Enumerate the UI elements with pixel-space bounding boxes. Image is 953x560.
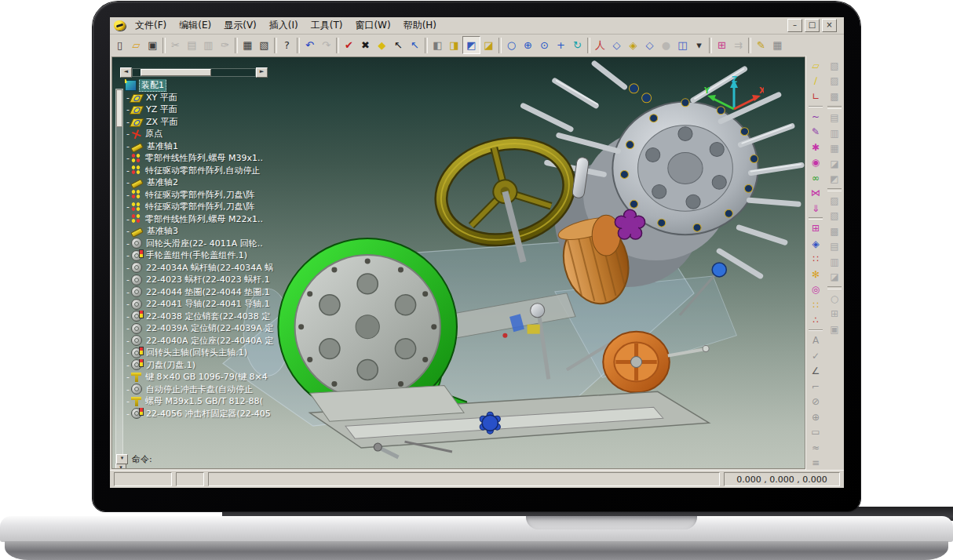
tree-item[interactable]: -原点 bbox=[125, 128, 285, 140]
minimize-button[interactable]: – bbox=[787, 19, 802, 32]
rotate-view-icon[interactable]: ↻ bbox=[569, 37, 586, 53]
view-dropdown-caret-icon[interactable]: ▾ bbox=[691, 37, 707, 53]
print-preview-icon[interactable]: ▧ bbox=[256, 37, 272, 53]
tree-item[interactable]: -零部件线性阵列,螺母 M22x1.. bbox=[125, 213, 285, 226]
zoom-dynamic-icon[interactable]: ⊙ bbox=[536, 37, 553, 53]
tree-item[interactable]: -回转头主轴(回转头主轴.1) bbox=[125, 347, 285, 359]
restore-button[interactable]: □ bbox=[805, 19, 820, 32]
rings-feature-icon[interactable]: ◎ bbox=[808, 282, 824, 298]
pattern-dots-icon[interactable]: ∷ bbox=[808, 252, 824, 267]
datum-plane-icon[interactable]: ▱ bbox=[808, 58, 824, 74]
close-button[interactable]: × bbox=[822, 19, 837, 32]
gear-pair-icon[interactable]: ∷ bbox=[808, 297, 824, 313]
torus-feature-icon[interactable]: ◉ bbox=[808, 155, 824, 170]
tree-item[interactable]: -特征驱动零部件阵列,刀盘\阵 bbox=[125, 189, 285, 202]
annotation-text-icon[interactable]: A bbox=[808, 333, 824, 348]
save-icon[interactable]: ▣ bbox=[144, 37, 161, 53]
press-feature-icon[interactable]: ⇓ bbox=[808, 201, 824, 216]
tree-item[interactable]: -刀盘(刀盘.1) bbox=[125, 359, 285, 372]
gear-pair2-icon[interactable]: ∴ bbox=[808, 313, 824, 329]
tree-item[interactable]: -22-4038 定位销套(22-4038 定 bbox=[125, 311, 285, 323]
open-folder-icon[interactable]: ▱ bbox=[128, 37, 144, 53]
undo-icon[interactable]: ↶ bbox=[301, 37, 318, 53]
dim-check-icon[interactable]: ✓ bbox=[808, 348, 824, 364]
delete-x-icon[interactable]: ✖ bbox=[357, 37, 374, 53]
tree-item[interactable]: -回轮头滑座(22- 4011A 回轮.. bbox=[125, 238, 285, 250]
tree-item[interactable]: -基准轴2 bbox=[125, 176, 285, 189]
sketch-axes-icon[interactable]: ∟ bbox=[808, 89, 824, 104]
menu-file[interactable]: 文件(F) bbox=[129, 18, 173, 32]
tree-item[interactable]: -ZX 平面 bbox=[125, 116, 285, 129]
confirm-check-icon[interactable]: ✔ bbox=[341, 37, 357, 53]
sketch-pen2-icon[interactable]: ✎ bbox=[808, 124, 824, 140]
menu-window[interactable]: 窗口(W) bbox=[349, 18, 396, 32]
tree-item[interactable]: -22-4041 导轴(22-4041 导轴.1 bbox=[125, 298, 285, 311]
display-cube-2-icon[interactable]: ◨ bbox=[446, 37, 462, 53]
tree-item[interactable]: -特征驱动零部件阵列,刀盘\阵 bbox=[125, 201, 285, 213]
tree-item[interactable]: -自动停止冲击卡盘(自动停止 bbox=[125, 384, 285, 396]
iso-view-2-icon[interactable]: ◈ bbox=[625, 37, 641, 53]
view-window-icon[interactable]: ◫ bbox=[674, 37, 691, 53]
display-cube-3-icon[interactable]: ◩ bbox=[462, 36, 480, 54]
tree-vscrollbar[interactable]: ▾ bbox=[115, 89, 123, 464]
tree-hscroll-thumb[interactable] bbox=[141, 69, 211, 76]
curve-icon[interactable]: ~ bbox=[808, 109, 824, 125]
datum-axis-icon[interactable]: ∕ bbox=[808, 74, 824, 89]
tree-item[interactable]: 装配1 bbox=[125, 79, 285, 92]
select-cursor-icon[interactable]: ↖ bbox=[390, 37, 407, 53]
angle-dim-icon[interactable]: ∠ bbox=[808, 363, 824, 379]
3d-viewport[interactable]: Z Y X ◄ ► ▾ 装配1-XY 平面-YZ 平面-ZX 平面-原点 bbox=[111, 56, 805, 469]
assembly-structure-icon[interactable]: ⊞ bbox=[714, 37, 730, 53]
grid-icon[interactable]: ▦ bbox=[769, 37, 786, 53]
tree-item[interactable]: -22-4040A 定位座(22-4040A 定 bbox=[125, 335, 285, 347]
tree-item[interactable]: -22-4034A 蜗杆轴(22-4034A 蜗 bbox=[125, 262, 285, 275]
command-prompt-label[interactable]: 命令: bbox=[132, 453, 152, 465]
crosshair-icon[interactable]: ⊕ bbox=[808, 409, 824, 425]
tree-item[interactable]: -基准轴1 bbox=[125, 140, 285, 153]
zoom-icon[interactable]: ○ bbox=[503, 37, 520, 53]
menu-view[interactable]: 显示(V) bbox=[217, 18, 263, 32]
help-icon[interactable]: ? bbox=[279, 37, 295, 53]
iso-view-1-icon[interactable]: ◇ bbox=[608, 37, 625, 53]
select-filter-icon[interactable]: ↖ bbox=[407, 37, 423, 53]
tolerance-icon[interactable]: ⊘ bbox=[808, 394, 824, 409]
sketch-pen-icon[interactable]: ✎ bbox=[753, 37, 769, 53]
axis-triad-icon[interactable]: 人 bbox=[592, 37, 608, 53]
pan-icon[interactable]: + bbox=[553, 37, 569, 53]
fill-color-icon[interactable]: ◆ bbox=[374, 37, 390, 53]
pattern-grid-icon[interactable]: ⊞ bbox=[808, 221, 824, 237]
tree-hscrollbar[interactable]: ◄ ► bbox=[120, 67, 268, 77]
tree-item[interactable]: -22-4044 垫圈(22-4044 垫圈.1 bbox=[125, 286, 285, 299]
scroll-right-icon[interactable]: ► bbox=[256, 67, 268, 78]
zoom-in-icon[interactable]: ⊕ bbox=[520, 37, 536, 53]
iso-view-3-icon[interactable]: ◇ bbox=[641, 37, 658, 53]
menu-edit[interactable]: 编辑(E) bbox=[173, 18, 217, 32]
display-cube-4-icon[interactable]: ◪ bbox=[480, 37, 497, 53]
tree-item[interactable]: -手轮盖组件(手轮盖组件.1) bbox=[125, 249, 285, 262]
scroll-left-icon[interactable]: ◄ bbox=[120, 67, 132, 78]
leader-icon[interactable]: ⌐ bbox=[808, 379, 824, 395]
tree-item[interactable]: -22-4039A 定位销(22-4039A 定 bbox=[125, 322, 285, 335]
stack-icon[interactable]: ≡ bbox=[808, 455, 824, 471]
tree-hscroll-track[interactable] bbox=[132, 68, 256, 77]
command-caret-icon[interactable]: ▾ bbox=[116, 454, 128, 464]
menu-help[interactable]: 帮助(H) bbox=[397, 18, 443, 32]
tree-item[interactable]: -键 8×40 GB 1096-79(键 8×4 bbox=[125, 371, 285, 384]
mirror-feature-icon[interactable]: ⋈ bbox=[808, 185, 824, 201]
tree-vscroll-thumb[interactable] bbox=[116, 89, 122, 127]
tree-item[interactable]: -XY 平面 bbox=[125, 92, 285, 104]
tree-item[interactable]: -零部件线性阵列,螺母 M39x1.. bbox=[125, 152, 285, 165]
view-glasses-icon[interactable]: ∞ bbox=[808, 170, 824, 186]
tree-item[interactable]: -基准轴3 bbox=[125, 225, 285, 238]
menu-tools[interactable]: 工具(T) bbox=[305, 18, 349, 32]
tree-item[interactable]: -22-4056 冲击杆固定器(22-405 bbox=[125, 408, 285, 420]
print-icon[interactable]: ▦ bbox=[239, 37, 256, 53]
menu-insert[interactable]: 插入(I) bbox=[263, 18, 305, 32]
tree-item[interactable]: -22-4023 蜗杆(22-4023 蜗杆.1 bbox=[125, 274, 285, 286]
display-cube-1-icon[interactable]: ◧ bbox=[429, 37, 446, 53]
weld-icon[interactable]: ≈ bbox=[808, 440, 824, 456]
move-pattern-icon[interactable]: ✱ bbox=[808, 140, 824, 155]
tree-item[interactable]: -螺母 M39x1.5 GB/T 812-88( bbox=[125, 395, 285, 408]
view-cube-icon[interactable]: ◈ bbox=[808, 236, 824, 252]
tree-item[interactable]: -特征驱动零部件阵列,自动停止 bbox=[125, 165, 285, 177]
